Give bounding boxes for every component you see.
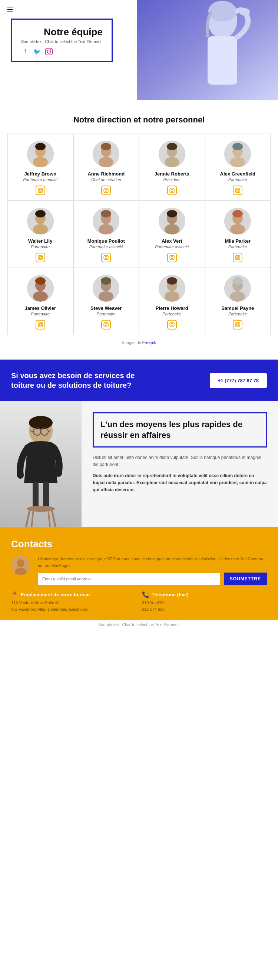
contacts-avatar: [11, 556, 30, 575]
svg-point-63: [239, 256, 239, 257]
svg-point-70: [41, 323, 42, 324]
team-avatar: [93, 208, 119, 234]
team-avatar: [224, 208, 251, 234]
team-name: Samuel Payne: [209, 305, 267, 311]
instagram-team-icon[interactable]: [36, 320, 45, 329]
instagram-team-icon[interactable]: [36, 186, 45, 195]
team-card: Alex Greenfield Partenaire: [205, 134, 271, 201]
submit-button[interactable]: SOUMETTRE: [224, 573, 267, 585]
svg-point-25: [164, 157, 179, 167]
contacts-phone1: 310 YourPH: [142, 600, 267, 606]
team-role: Partenaire: [143, 312, 201, 316]
team-card: Samuel Payne Partenaire: [205, 268, 271, 335]
svg-point-74: [99, 291, 114, 302]
instagram-team-icon[interactable]: [101, 320, 111, 329]
svg-point-80: [167, 277, 177, 285]
hamburger-menu[interactable]: ☰: [7, 5, 13, 14]
business-text2: Duis aute irure dolor in reprehenderit i…: [93, 473, 267, 494]
svg-point-76: [105, 324, 107, 326]
team-name: Pierre Howard: [143, 305, 201, 311]
header-photo: [137, 0, 278, 100]
page-title: Notre équipe: [21, 26, 103, 38]
svg-point-97: [27, 506, 55, 512]
instagram-icon[interactable]: [45, 48, 53, 56]
business-content: L'un des moyens les plus rapides de réus…: [82, 401, 278, 527]
contacts-grid: 📍 Emplacement de notre bureau 115 Ventur…: [11, 591, 267, 612]
team-card: Jennie Roberts Président: [139, 134, 205, 201]
svg-point-87: [232, 277, 243, 285]
team-avatar: [27, 275, 54, 302]
team-name: James Olivier: [11, 305, 70, 311]
instagram-team-icon[interactable]: [101, 186, 111, 195]
instagram-team-icon[interactable]: [36, 253, 45, 262]
team-name: Jeffrey Brown: [11, 171, 70, 177]
contacts-top: Ullamcorper famentum dis lorem pour SEO …: [11, 556, 267, 585]
team-card: Mila Parker Partenaire: [205, 201, 271, 268]
svg-point-48: [105, 256, 107, 259]
team-avatar: [93, 141, 119, 167]
svg-rect-0: [46, 48, 52, 55]
svg-point-67: [33, 291, 48, 302]
svg-point-90: [237, 324, 239, 326]
team-role: Partenaire: [209, 177, 267, 182]
instagram-team-icon[interactable]: [167, 186, 177, 195]
svg-point-42: [41, 256, 42, 257]
map-icon: 📍: [11, 591, 19, 598]
header-hero-svg: [137, 0, 278, 100]
business-photo-inner: [0, 401, 82, 527]
instagram-team-icon[interactable]: [233, 253, 242, 262]
avatar-svg: [159, 141, 185, 167]
svg-rect-40: [38, 255, 43, 260]
svg-rect-26: [170, 188, 174, 192]
svg-point-55: [171, 256, 173, 259]
svg-point-53: [164, 224, 179, 234]
svg-point-60: [230, 224, 245, 234]
header-box: Notre équipe Sample text. Click to selec…: [11, 19, 113, 62]
team-name: Monique Pouliot: [77, 238, 135, 244]
team-name: Alex Greenfield: [209, 171, 267, 177]
svg-point-77: [107, 323, 108, 324]
cta-phone-button[interactable]: +1 (777) 787 87 78: [210, 373, 267, 388]
team-name: Anne Richmond: [77, 171, 135, 177]
svg-rect-68: [38, 323, 43, 327]
svg-point-18: [99, 157, 114, 167]
instagram-team-icon[interactable]: [101, 253, 111, 262]
svg-rect-96: [43, 482, 49, 508]
header-section: ☰ Notre équipe Sample text. Click to sel…: [0, 0, 278, 100]
team-card: Steve Weaver Partenaire: [73, 268, 139, 335]
team-avatar: [224, 275, 251, 302]
svg-point-41: [39, 256, 41, 259]
business-person-svg: [0, 401, 82, 527]
svg-point-21: [107, 189, 108, 189]
svg-rect-19: [104, 188, 108, 192]
svg-rect-82: [170, 323, 174, 327]
contacts-footer: Contacts Ullamcorper famentum dis lorem …: [0, 527, 278, 620]
avatar-svg: [93, 275, 119, 302]
cta-text: Si vous avez besoin de services de toitu…: [11, 371, 148, 390]
team-role: Partenaire mondial: [11, 177, 70, 182]
avatar-svg: [159, 275, 185, 302]
svg-point-66: [35, 277, 46, 285]
email-input[interactable]: [38, 573, 220, 585]
svg-point-34: [237, 189, 239, 191]
team-name: Alex Vert: [143, 238, 201, 244]
svg-point-24: [167, 143, 177, 150]
instagram-team-icon[interactable]: [233, 186, 242, 195]
avatar-svg: [93, 141, 119, 167]
twitter-icon[interactable]: 🐦: [33, 48, 41, 56]
contacts-phone2: 312 574 628: [142, 606, 267, 613]
svg-point-14: [41, 189, 42, 189]
team-avatar: [159, 141, 185, 167]
facebook-icon[interactable]: f: [21, 48, 29, 56]
instagram-team-icon[interactable]: [167, 320, 177, 329]
svg-point-31: [232, 143, 243, 150]
contacts-email-row: SOUMETTRE: [38, 573, 267, 585]
instagram-team-icon[interactable]: [167, 253, 177, 262]
business-title: L'un des moyens les plus rapides de réus…: [100, 419, 259, 441]
freepik-link[interactable]: Freepik: [142, 340, 156, 345]
instagram-team-icon[interactable]: [233, 320, 242, 329]
svg-point-2: [51, 49, 51, 50]
team-avatar: [159, 208, 185, 234]
contacts-title: Contacts: [11, 538, 267, 550]
svg-point-13: [39, 189, 41, 191]
